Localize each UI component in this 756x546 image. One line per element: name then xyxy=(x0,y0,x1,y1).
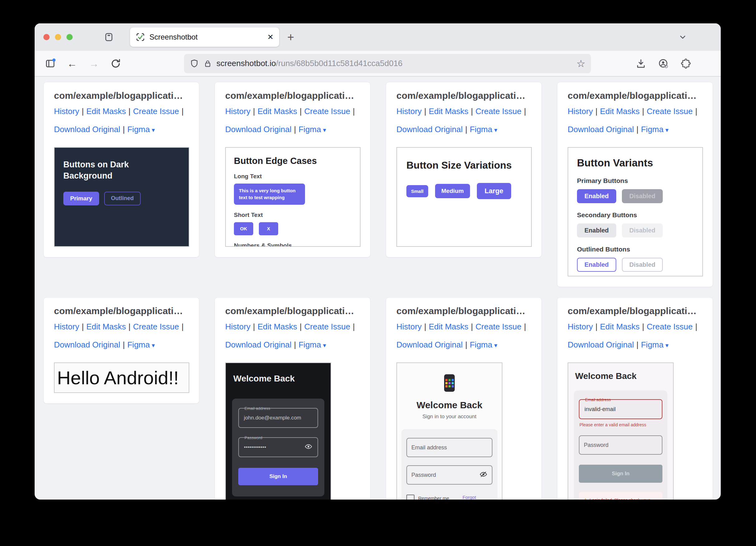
history-link[interactable]: History xyxy=(225,322,250,331)
back-button[interactable]: ← xyxy=(66,57,78,70)
outlined-button: Outlined xyxy=(104,192,141,205)
password-field-label: Password xyxy=(243,435,264,440)
history-link[interactable]: History xyxy=(568,322,593,331)
figma-dropdown[interactable]: Figma▾ xyxy=(298,340,326,349)
history-link[interactable]: History xyxy=(54,107,79,116)
hello-android-text: Hello Android!! xyxy=(55,367,179,389)
edit-masks-link[interactable]: Edit Masks xyxy=(258,107,297,116)
card-actions: History|Edit Masks|Create Issue| Downloa… xyxy=(225,317,360,354)
download-original-link[interactable]: Download Original xyxy=(568,340,634,349)
figma-dropdown[interactable]: Figma▾ xyxy=(470,125,497,134)
create-issue-link[interactable]: Create Issue xyxy=(647,107,693,116)
download-original-link[interactable]: Download Original xyxy=(568,125,634,134)
history-link[interactable]: History xyxy=(225,107,250,116)
card-actions: History|Edit Masks|Create Issue| Downloa… xyxy=(54,102,189,139)
screenshot-thumbnail[interactable]: Hello Android!! xyxy=(54,362,189,393)
list-tabs-chevron-icon[interactable] xyxy=(676,31,689,43)
alert-text: Login failed. Please check your credenti… xyxy=(583,498,650,500)
screenshot-thumbnail[interactable]: Button Variants Primary Buttons Enabled … xyxy=(568,147,703,276)
url-text[interactable]: screenshotbot.io/runs/68b5b0d11c581d41cc… xyxy=(216,59,403,68)
url-bar[interactable]: screenshotbot.io/runs/68b5b0d11c581d41cc… xyxy=(184,54,591,73)
figma-dropdown[interactable]: Figma▾ xyxy=(298,125,326,134)
download-original-link[interactable]: Download Original xyxy=(396,340,463,349)
numbers-symbols-label: Numbers & Symbols xyxy=(234,242,352,247)
screenshot-thumbnail[interactable]: Button Size Variations Small Medium Larg… xyxy=(396,147,532,247)
sign-in-button-disabled: Sign In xyxy=(579,465,662,483)
secondary-buttons-label: Secondary Buttons xyxy=(577,211,694,219)
screenshot-card-login-dark: com/example/blogapplicati… History|Edit … xyxy=(215,297,371,500)
screenshot-name: com/example/blogapplicati… xyxy=(54,306,189,316)
card-actions: History|Edit Masks|Create Issue| Downloa… xyxy=(54,317,189,354)
download-original-link[interactable]: Download Original xyxy=(54,340,120,349)
login-form-panel: Email address invalid-email Please enter… xyxy=(574,390,667,500)
sidebar-toggle-icon[interactable] xyxy=(44,57,56,70)
site-favicon-check-icon xyxy=(136,32,145,42)
download-original-link[interactable]: Download Original xyxy=(54,125,120,134)
zoom-window-button[interactable] xyxy=(66,34,73,40)
tab-overview-icon[interactable] xyxy=(103,31,115,43)
new-tab-button[interactable]: + xyxy=(287,31,294,43)
create-issue-link[interactable]: Create Issue xyxy=(476,322,521,331)
downloads-icon[interactable] xyxy=(635,57,647,70)
figma-dropdown[interactable]: Figma▾ xyxy=(127,125,155,134)
close-window-button[interactable] xyxy=(43,34,50,40)
download-original-link[interactable]: Download Original xyxy=(225,340,291,349)
screenshot-thumbnail[interactable]: Button Edge Cases Long Text This is a ve… xyxy=(225,147,361,247)
phone-icon xyxy=(444,374,455,392)
create-issue-link[interactable]: Create Issue xyxy=(304,322,350,331)
email-error-text: Please enter a valid email address xyxy=(579,422,662,427)
screenshot-name: com/example/blogapplicati… xyxy=(54,90,189,101)
edit-masks-link[interactable]: Edit Masks xyxy=(600,322,640,331)
edit-masks-link[interactable]: Edit Masks xyxy=(429,107,468,116)
figma-dropdown[interactable]: Figma▾ xyxy=(127,340,155,349)
create-issue-link[interactable]: Create Issue xyxy=(476,107,521,116)
screenshot-thumbnail[interactable]: Welcome Back Email address invalid-email… xyxy=(568,362,674,500)
account-icon[interactable] xyxy=(657,57,670,70)
connection-lock-icon[interactable] xyxy=(203,59,212,68)
primary-disabled-button: Disabled xyxy=(622,189,663,203)
tracking-protection-shield-icon[interactable] xyxy=(190,59,199,68)
screenshot-thumbnail[interactable]: Welcome Back Sign in to your account Ema… xyxy=(396,362,502,500)
caret-down-icon: ▾ xyxy=(494,342,497,349)
create-issue-link[interactable]: Create Issue xyxy=(647,322,693,331)
figma-dropdown[interactable]: Figma▾ xyxy=(470,340,497,349)
primary-buttons-label: Primary Buttons xyxy=(577,177,694,185)
screenshot-thumbnail[interactable]: Buttons on Dark Background Primary Outli… xyxy=(54,147,189,247)
create-issue-link[interactable]: Create Issue xyxy=(133,322,179,331)
figma-dropdown[interactable]: Figma▾ xyxy=(641,125,668,134)
extensions-puzzle-icon[interactable] xyxy=(680,57,692,70)
menu-hamburger-icon[interactable] xyxy=(702,57,711,70)
download-original-link[interactable]: Download Original xyxy=(225,125,291,134)
download-original-link[interactable]: Download Original xyxy=(396,125,463,134)
screenshot-thumbnail[interactable]: Welcome Back Email address john.doe@exam… xyxy=(225,362,331,500)
edit-masks-link[interactable]: Edit Masks xyxy=(600,107,640,116)
edit-masks-link[interactable]: Edit Masks xyxy=(429,322,468,331)
history-link[interactable]: History xyxy=(396,322,422,331)
history-link[interactable]: History xyxy=(396,107,422,116)
create-issue-link[interactable]: Create Issue xyxy=(133,107,179,116)
edit-masks-link[interactable]: Edit Masks xyxy=(86,107,126,116)
email-field-label: Email address xyxy=(584,397,612,402)
bookmark-star-icon[interactable]: ☆ xyxy=(576,59,585,69)
edit-masks-link[interactable]: Edit Masks xyxy=(86,322,126,331)
card-actions: History|Edit Masks|Create Issue| Downloa… xyxy=(568,102,702,139)
figma-dropdown[interactable]: Figma▾ xyxy=(641,340,668,349)
create-issue-link[interactable]: Create Issue xyxy=(304,107,350,116)
browser-tab[interactable]: Screenshotbot ✕ xyxy=(130,27,279,47)
url-path: /runs/68b5b0d11c581d41cca5d016 xyxy=(276,59,403,68)
screenshot-card-button-variants: com/example/blogapplicati… History|Edit … xyxy=(557,82,713,287)
short-text-label: Short Text xyxy=(234,212,352,219)
screenshot-name: com/example/blogapplicati… xyxy=(568,90,702,101)
ok-button: OK xyxy=(234,222,253,235)
eye-off-icon xyxy=(479,470,487,480)
close-tab-icon[interactable]: ✕ xyxy=(267,33,274,41)
minimize-window-button[interactable] xyxy=(55,34,61,40)
browser-window: Screenshotbot ✕ + ← → screenshotbot.io/r… xyxy=(35,23,721,500)
caret-down-icon: ▾ xyxy=(665,127,668,133)
history-link[interactable]: History xyxy=(568,107,593,116)
remember-me-checkbox xyxy=(406,495,414,500)
reload-button[interactable] xyxy=(109,57,122,70)
forward-button[interactable]: → xyxy=(88,57,100,70)
history-link[interactable]: History xyxy=(54,322,79,331)
edit-masks-link[interactable]: Edit Masks xyxy=(258,322,297,331)
